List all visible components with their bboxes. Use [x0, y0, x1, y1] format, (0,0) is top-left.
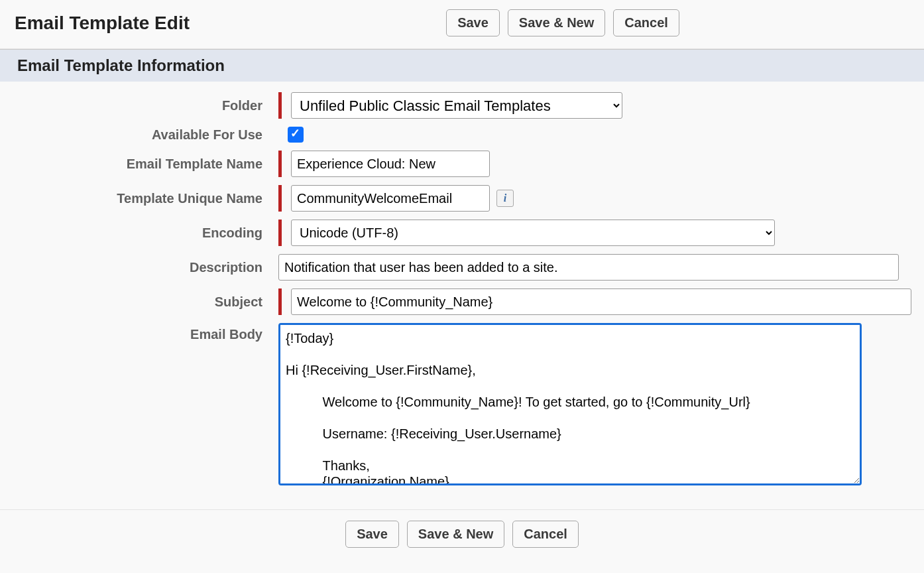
subject-input[interactable]: [291, 288, 911, 315]
encoding-select[interactable]: Unicode (UTF-8): [291, 220, 775, 246]
description-input[interactable]: [278, 254, 899, 281]
email-body-textarea[interactable]: [278, 323, 862, 485]
label-body: Email Body: [13, 323, 278, 342]
bottom-button-bar: Save Save & New Cancel: [0, 509, 924, 558]
row-folder: Folder Unfiled Public Classic Email Temp…: [13, 88, 911, 123]
save-and-new-button-bottom[interactable]: Save & New: [407, 521, 504, 548]
row-available: Available For Use: [13, 123, 911, 147]
row-body: Email Body: [13, 319, 911, 489]
unique-name-input[interactable]: [291, 185, 490, 212]
info-icon[interactable]: i: [496, 190, 514, 207]
label-encoding: Encoding: [13, 225, 278, 241]
section-header: Email Template Information: [0, 49, 924, 82]
row-unique: Template Unique Name i: [13, 181, 911, 216]
label-description: Description: [13, 260, 278, 275]
cancel-button-bottom[interactable]: Cancel: [512, 521, 579, 548]
template-name-input[interactable]: [291, 151, 490, 177]
required-indicator: [278, 151, 282, 177]
required-indicator: [278, 185, 282, 212]
label-folder: Folder: [13, 98, 278, 113]
row-description: Description: [13, 250, 911, 285]
label-name: Email Template Name: [13, 157, 278, 172]
row-subject: Subject: [13, 285, 911, 319]
folder-select[interactable]: Unfiled Public Classic Email Templates: [291, 92, 622, 119]
save-and-new-button[interactable]: Save & New: [508, 9, 605, 36]
page-title: Email Template Edit: [15, 13, 190, 34]
label-available: Available For Use: [13, 127, 278, 143]
form-area: Folder Unfiled Public Classic Email Temp…: [0, 82, 924, 509]
label-subject: Subject: [13, 294, 278, 310]
required-indicator: [278, 288, 282, 315]
cancel-button[interactable]: Cancel: [613, 9, 679, 36]
required-indicator: [278, 220, 282, 246]
label-unique: Template Unique Name: [13, 191, 278, 206]
save-button[interactable]: Save: [446, 9, 500, 36]
top-button-bar: Save Save & New Cancel: [216, 9, 909, 36]
available-checkbox[interactable]: [288, 127, 304, 143]
row-encoding: Encoding Unicode (UTF-8): [13, 216, 911, 250]
row-name: Email Template Name: [13, 147, 911, 181]
page-header: Email Template Edit Save Save & New Canc…: [0, 0, 924, 49]
save-button-bottom[interactable]: Save: [345, 521, 399, 548]
required-indicator: [278, 92, 282, 119]
